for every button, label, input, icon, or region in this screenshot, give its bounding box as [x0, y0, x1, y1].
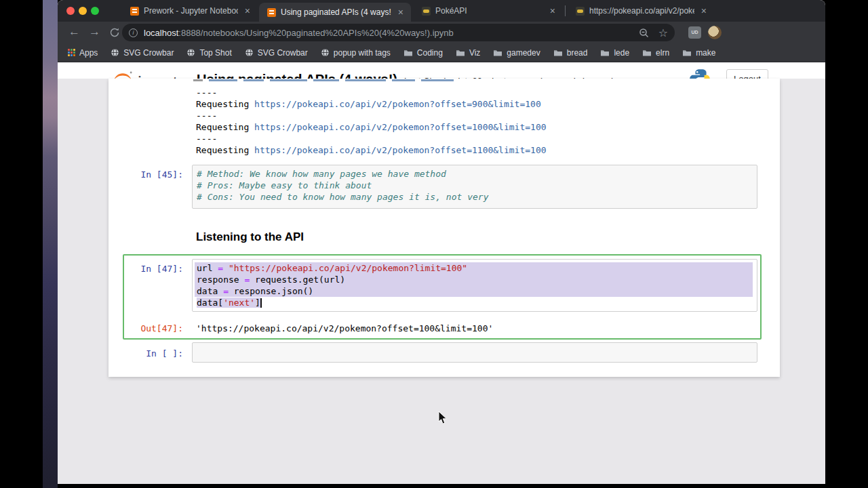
- pokeapi-favicon: [576, 7, 585, 16]
- zoom-icon[interactable]: [639, 28, 649, 38]
- forward-icon[interactable]: →: [89, 25, 100, 39]
- jupyter-favicon: [130, 7, 139, 16]
- log-dash: ----: [196, 87, 217, 98]
- tab-pokeapi-url[interactable]: https://pokeapi.co/api/v2/poke ×: [568, 0, 714, 22]
- section-heading: Listening to the API: [196, 230, 304, 244]
- browser-toolbar: ← → i localhost:8888/notebooks/Using%20p…: [58, 22, 825, 43]
- code-cell-45[interactable]: # Method: We know how many pages we have…: [192, 165, 757, 209]
- folder-icon: [403, 49, 413, 57]
- code-line: data['next']: [195, 297, 753, 308]
- globe-icon: [186, 48, 195, 57]
- mouse-cursor: [438, 411, 448, 425]
- close-tab-icon[interactable]: ×: [548, 5, 557, 16]
- tab-separator: [565, 5, 566, 16]
- empty-code-cell[interactable]: [192, 342, 757, 363]
- code-line: response = requests.get(url): [195, 274, 753, 285]
- tab-prework[interactable]: Prework - Jupyter Notebook ×: [122, 0, 258, 22]
- profile-avatar-icon[interactable]: [708, 26, 722, 39]
- letterbox-bar: [58, 484, 825, 488]
- log-dash: ----: [196, 133, 217, 144]
- clipped-output-line: [193, 79, 614, 82]
- folder-icon: [456, 49, 465, 57]
- jupyter-favicon: [267, 8, 276, 17]
- tab-active-notebook[interactable]: Using paginated APIs (4 ways! ×: [259, 3, 411, 22]
- code-comment: # Pros: Maybe easy to think about: [195, 180, 757, 191]
- close-tab-icon[interactable]: ×: [699, 5, 709, 16]
- bookmark-apps[interactable]: Apps: [67, 48, 98, 58]
- input-prompt: In [45]:: [108, 169, 183, 180]
- bookmarks-bar: Apps SVG Crowbar Top Shot SVG Crowbar po…: [58, 43, 825, 62]
- bookmark-folder-bread[interactable]: bread: [553, 48, 588, 58]
- cell-output-text: 'https://pokeapi.co/api/v2/pokemon?offse…: [196, 323, 493, 334]
- bookmark-folder-make[interactable]: make: [682, 48, 715, 58]
- code-comment: # Cons: You need to know how many pages …: [195, 191, 757, 203]
- bookmark-folder-viz[interactable]: Viz: [456, 48, 480, 58]
- address-bar[interactable]: i localhost:8888/notebooks/Using%20pagin…: [122, 24, 675, 41]
- log-line: Requesting https://pokeapi.co/api/v2/pok…: [196, 144, 547, 156]
- bookmark-folder-elrn[interactable]: elrn: [642, 48, 669, 58]
- code-line: url = "https://pokeapi.co/api/v2/pokemon…: [195, 262, 753, 274]
- apps-grid-icon: [67, 49, 75, 57]
- bookmark-svg-crowbar-2[interactable]: SVG Crowbar: [245, 48, 308, 58]
- ublock-extension-icon[interactable]: UD: [688, 26, 701, 39]
- traffic-light-zoom[interactable]: [91, 7, 99, 15]
- globe-icon: [245, 48, 254, 57]
- tab-strip: Prework - Jupyter Notebook × Using pagin…: [58, 0, 825, 22]
- bookmark-folder-lede[interactable]: lede: [600, 48, 629, 58]
- bookmark-star-icon[interactable]: ☆: [658, 26, 668, 39]
- code-line: data = response.json(): [195, 285, 753, 297]
- text-caret: [260, 298, 262, 308]
- globe-icon: [111, 48, 119, 57]
- bookmark-svg-crowbar[interactable]: SVG Crowbar: [111, 48, 174, 58]
- url-text: localhost:8888/notebooks/Using%20paginat…: [144, 28, 629, 38]
- log-url[interactable]: https://pokeapi.co/api/v2/pokemon?offset…: [254, 99, 541, 109]
- log-line: Requesting https://pokeapi.co/api/v2/pok…: [196, 98, 541, 110]
- bookmark-folder-gamedev[interactable]: gamedev: [493, 48, 540, 58]
- tab-title: PokéAPI: [435, 6, 543, 16]
- back-icon[interactable]: ←: [68, 25, 80, 39]
- log-url[interactable]: https://pokeapi.co/api/v2/pokemon?offset…: [254, 145, 546, 155]
- tab-title: https://pokeapi.co/api/v2/poke: [589, 6, 694, 16]
- log-url[interactable]: https://pokeapi.co/api/v2/pokemon?offset…: [254, 122, 546, 132]
- log-line: Requesting https://pokeapi.co/api/v2/pok…: [196, 121, 547, 133]
- input-prompt: In [ ]:: [108, 348, 183, 359]
- tab-title: Using paginated APIs (4 ways!: [281, 7, 391, 17]
- folder-icon: [493, 49, 502, 57]
- bookmark-folder-coding[interactable]: Coding: [403, 48, 443, 58]
- pokeapi-favicon: [422, 7, 431, 16]
- traffic-light-close[interactable]: [66, 7, 75, 15]
- folder-icon: [600, 49, 610, 57]
- bookmark-popup-with-tags[interactable]: popup with tags: [321, 48, 391, 58]
- folder-icon: [642, 49, 652, 57]
- site-info-icon[interactable]: i: [129, 28, 138, 37]
- tab-pokeapi[interactable]: PokéAPI ×: [414, 0, 563, 22]
- folder-icon: [553, 49, 563, 57]
- input-prompt: In [47]:: [108, 263, 183, 274]
- tab-title: Prework - Jupyter Notebook: [144, 6, 238, 16]
- folder-icon: [682, 49, 692, 57]
- notebook-container: ---- Requesting https://pokeapi.co/api/v…: [108, 79, 780, 377]
- traffic-light-minimize[interactable]: [79, 7, 87, 15]
- bookmark-top-shot[interactable]: Top Shot: [186, 48, 231, 58]
- output-prompt: Out[47]:: [108, 323, 183, 334]
- code-comment: # Method: We know how many pages we have…: [195, 168, 757, 180]
- close-tab-icon[interactable]: ×: [396, 7, 406, 18]
- reload-icon[interactable]: [109, 27, 120, 38]
- log-dash: ----: [196, 110, 217, 121]
- desktop-wallpaper: [43, 0, 58, 488]
- code-cell-47[interactable]: url = "https://pokeapi.co/api/v2/pokemon…: [192, 259, 757, 312]
- close-tab-icon[interactable]: ×: [243, 5, 252, 16]
- globe-icon: [321, 48, 330, 57]
